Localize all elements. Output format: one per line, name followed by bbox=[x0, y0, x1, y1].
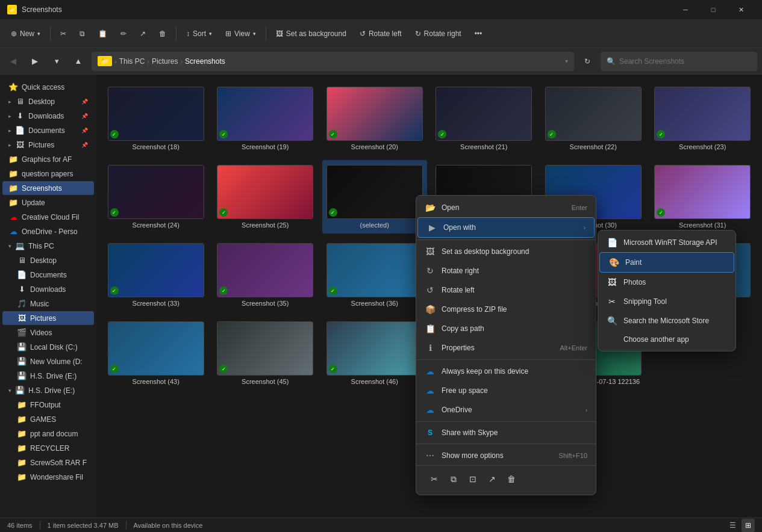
ctx-compress-zip[interactable]: 📦 Compress to ZIP file bbox=[416, 300, 596, 319]
ctx-set-background[interactable]: 🖼 Set as desktop background bbox=[416, 242, 596, 261]
back-button[interactable]: ◀ bbox=[5, 53, 22, 70]
sidebar-item-pc-downloads[interactable]: ⬇ Downloads bbox=[2, 282, 94, 296]
sidebar-item-desktop[interactable]: ▸ 🖥 Desktop 📌 bbox=[2, 94, 94, 108]
file-item[interactable]: ✓(selected) bbox=[322, 160, 427, 234]
rename-button[interactable]: ✏ bbox=[114, 26, 133, 42]
file-item[interactable]: ✓Screenshot (36) bbox=[322, 238, 427, 312]
sidebar-item-downloads[interactable]: ▸ ⬇ Downloads 📌 bbox=[2, 109, 94, 123]
ctx-always-keep[interactable]: ☁ Always keep on this device bbox=[416, 362, 596, 381]
file-item[interactable]: ✓Screenshot (24) bbox=[104, 160, 208, 234]
forward-button[interactable]: ▶ bbox=[27, 53, 43, 70]
sidebar-item-hs-drive[interactable]: 💾 H.S. Drive (E:) bbox=[2, 369, 94, 383]
ctx-free-up-space[interactable]: ☁ Free up space bbox=[416, 381, 596, 400]
ctx-delete-btn[interactable]: 🗑 bbox=[502, 469, 521, 489]
search-box[interactable]: 🔍 bbox=[601, 52, 757, 71]
submenu-ms-store[interactable]: 🔍 Search the Microsoft Store bbox=[598, 311, 735, 330]
file-item[interactable]: ✓Screenshot (20) bbox=[322, 82, 427, 155]
breadcrumb-dropdown[interactable]: ▾ bbox=[565, 58, 568, 64]
sidebar-item-pc-desktop[interactable]: 🖥 Desktop bbox=[2, 253, 94, 267]
ctx-rotate-right[interactable]: ↻ Rotate right bbox=[416, 261, 596, 280]
sidebar-item-recycler[interactable]: 📁 RECYCLER bbox=[2, 441, 94, 455]
ctx-properties[interactable]: ℹ Properties Alt+Enter bbox=[416, 338, 596, 357]
copy-button[interactable]: ⧉ bbox=[73, 26, 91, 42]
ctx-copy-path[interactable]: 📋 Copy as path bbox=[416, 319, 596, 338]
file-item[interactable]: ✓Screenshot (25) bbox=[213, 160, 318, 234]
close-button[interactable]: ✕ bbox=[727, 0, 755, 19]
file-item[interactable]: ✓Screenshot (18) bbox=[104, 82, 208, 155]
file-item[interactable]: ✓Screenshot (33) bbox=[104, 238, 208, 312]
sidebar-item-this-pc[interactable]: ▾ 💻 This PC bbox=[2, 239, 94, 253]
recent-locations-button[interactable]: ▾ bbox=[48, 53, 65, 70]
sidebar-item-ffoutput[interactable]: 📁 FFOutput bbox=[2, 398, 94, 412]
ctx-share-btn[interactable]: ↗ bbox=[482, 469, 502, 489]
submenu-paint[interactable]: 🎨 Paint bbox=[599, 252, 734, 273]
sidebar-item-videos[interactable]: 🎬 Videos bbox=[2, 326, 94, 339]
maximize-button[interactable]: □ bbox=[699, 0, 727, 19]
file-item[interactable]: ✓Screenshot (46) bbox=[322, 317, 427, 390]
delete-button[interactable]: 🗑 bbox=[153, 26, 172, 42]
file-item[interactable]: ✓Screenshot (45) bbox=[213, 317, 318, 390]
cut-button[interactable]: ✂ bbox=[54, 26, 72, 42]
submenu-snipping-tool[interactable]: ✂ Snipping Tool bbox=[598, 292, 735, 311]
sidebar-item-documents[interactable]: ▸ 📄 Documents 📌 bbox=[2, 123, 94, 137]
sidebar-item-wondershare[interactable]: 📁 Wondershare Fil bbox=[2, 470, 94, 484]
file-item[interactable]: ✓Screenshot (23) bbox=[651, 82, 755, 155]
sidebar-item-new-volume[interactable]: 💾 New Volume (D: bbox=[2, 354, 94, 368]
sidebar-item-hs-drive-top[interactable]: ▾ 💾 H.S. Drive (E:) bbox=[2, 383, 94, 397]
view-button[interactable]: ⊞ View ▾ bbox=[219, 26, 262, 42]
paste-button[interactable]: 📋 bbox=[92, 26, 113, 42]
sidebar-item-pictures-pc[interactable]: 🖼 Pictures bbox=[2, 311, 94, 325]
submenu-another-app[interactable]: Choose another app bbox=[598, 330, 735, 348]
set-background-button[interactable]: 🖼 Set as background bbox=[270, 26, 352, 42]
minimize-button[interactable]: ─ bbox=[672, 0, 699, 19]
breadcrumb-this-pc[interactable]: This PC bbox=[119, 57, 145, 66]
ctx-copy-btn[interactable]: ⧉ bbox=[444, 469, 463, 489]
ctx-open[interactable]: 📂 Open Enter bbox=[416, 198, 596, 217]
breadcrumb-pictures[interactable]: Pictures bbox=[152, 57, 178, 66]
new-button[interactable]: ⊕ New ▾ bbox=[5, 26, 46, 42]
file-item[interactable]: ✓Screenshot (43) bbox=[104, 317, 208, 390]
sidebar-item-update[interactable]: 📁 Update bbox=[2, 196, 94, 209]
sidebar-item-ppt[interactable]: 📁 ppt and docum bbox=[2, 427, 94, 441]
sidebar-item-quick-access[interactable]: ⭐ Quick access bbox=[2, 80, 94, 94]
ctx-cut-btn[interactable]: ✂ bbox=[425, 469, 444, 489]
ctx-paste-btn[interactable]: ⊡ bbox=[463, 469, 482, 489]
list-view-button[interactable]: ☰ bbox=[726, 519, 739, 532]
sidebar-item-local-disk[interactable]: 💾 Local Disk (C:) bbox=[2, 340, 94, 354]
sidebar-item-screenshots[interactable]: 📁 Screenshots bbox=[2, 181, 94, 195]
sort-button[interactable]: ↕ Sort ▾ bbox=[180, 26, 218, 42]
ctx-more-options[interactable]: ⋯ Show more options Shift+F10 bbox=[416, 446, 596, 465]
share-button[interactable]: ↗ bbox=[134, 26, 152, 42]
ctx-rotate-left[interactable]: ↺ Rotate left bbox=[416, 280, 596, 300]
sidebar-item-games[interactable]: 📁 GAMES bbox=[2, 412, 94, 426]
breadcrumb-screenshots[interactable]: Screenshots bbox=[185, 57, 225, 66]
ctx-skype[interactable]: S Share with Skype bbox=[416, 424, 596, 442]
sidebar-item-music[interactable]: 🎵 Music bbox=[2, 297, 94, 311]
submenu-photos[interactable]: 🖼 Photos bbox=[598, 273, 735, 292]
submenu-winrt[interactable]: 📄 Microsoft WinRT Storage API bbox=[598, 233, 735, 252]
rotate-right-button[interactable]: ↻ Rotate right bbox=[409, 26, 467, 42]
breadcrumb[interactable]: 📁 › This PC › Pictures › Screenshots ▾ bbox=[92, 52, 574, 71]
grid-view-button[interactable]: ⊞ bbox=[742, 519, 755, 532]
file-item[interactable]: ✓Screenshot (19) bbox=[213, 82, 318, 155]
file-area[interactable]: ✓Screenshot (18)✓Screenshot (19)✓Screens… bbox=[96, 75, 762, 518]
sidebar-item-graphics[interactable]: 📁 Graphics for AF bbox=[2, 152, 94, 166]
sidebar-item-creative-cloud[interactable]: ☁ Creative Cloud Fil bbox=[2, 210, 94, 224]
sidebar-item-onedrive[interactable]: ☁ OneDrive - Perso bbox=[2, 224, 94, 238]
rotate-left-button[interactable]: ↺ Rotate left bbox=[354, 26, 408, 42]
refresh-button[interactable]: ↻ bbox=[579, 53, 596, 70]
file-item[interactable]: ✓Screenshot (31) bbox=[651, 160, 755, 234]
file-item[interactable]: ✓Screenshot (21) bbox=[432, 82, 537, 155]
sidebar-item-questions[interactable]: 📁 question papers bbox=[2, 167, 94, 181]
ctx-open-with[interactable]: ▶ Open with › 📄 Microsoft WinRT Storage … bbox=[417, 217, 595, 238]
sidebar-item-pc-documents[interactable]: 📄 Documents bbox=[2, 268, 94, 282]
file-item[interactable]: ✓Screenshot (35) bbox=[213, 238, 318, 312]
file-item[interactable]: ✓Screenshot (22) bbox=[541, 82, 646, 155]
sidebar-item-screwsoft[interactable]: 📁 ScrewSoft RAR F bbox=[2, 456, 94, 469]
sort-label: Sort bbox=[193, 29, 206, 38]
more-options-button[interactable]: ••• bbox=[469, 26, 489, 42]
up-button[interactable]: ▲ bbox=[70, 53, 87, 70]
search-input[interactable] bbox=[619, 57, 751, 66]
sidebar-item-pictures[interactable]: ▸ 🖼 Pictures 📌 bbox=[2, 138, 94, 152]
ctx-onedrive[interactable]: ☁ OneDrive › bbox=[416, 400, 596, 419]
